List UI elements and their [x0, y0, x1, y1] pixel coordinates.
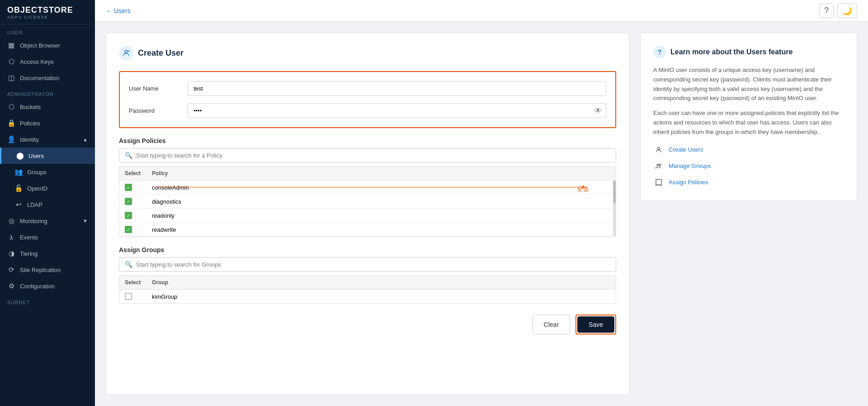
col-group-label: Group — [152, 279, 610, 286]
sidebar-item-monitoring[interactable]: ◎ Monitoring ▼ — [0, 213, 95, 229]
info-link-manage-groups[interactable]: Manage Groups — [653, 161, 844, 172]
chevron-down-icon: ▼ — [83, 218, 88, 224]
bucket-icon: ⬡ — [7, 103, 15, 111]
clear-button[interactable]: Clear — [533, 315, 570, 334]
page-content: Create User User Name Password 👁 — [95, 22, 868, 406]
group-table-header: Select Group — [119, 276, 616, 290]
username-input[interactable] — [188, 81, 606, 96]
sidebar-item-site-replication[interactable]: ⟳ Site Replication — [0, 262, 95, 278]
sidebar-item-label: Buckets — [20, 104, 41, 110]
sidebar-item-policies[interactable]: 🔒 Policies — [0, 115, 95, 131]
breadcrumb[interactable]: ← Users — [106, 7, 130, 14]
policy-table: Select Policy 全选 ✓ consoleAdmin ✓ — [119, 166, 616, 237]
sidebar-item-label: Policies — [20, 120, 40, 127]
scrollbar[interactable] — [613, 181, 616, 237]
help-button[interactable]: ? — [819, 4, 834, 18]
save-button[interactable]: Save — [577, 316, 614, 333]
policy-table-body: 全选 ✓ consoleAdmin ✓ diagnostics ✓ readon… — [119, 181, 616, 237]
theme-toggle-button[interactable]: 🌙 — [837, 4, 857, 18]
key-icon: ⬡ — [7, 57, 15, 66]
ldap-icon: ↩ — [14, 201, 23, 209]
password-label: Password — [129, 107, 188, 114]
sidebar-item-users[interactable]: ⬤ Users — [0, 148, 95, 164]
info-link-create-users[interactable]: Create Users — [653, 144, 844, 155]
monitoring-icon: ◎ — [7, 217, 15, 225]
doc-icon: ◫ — [7, 74, 15, 82]
identity-icon: 👤 — [7, 135, 15, 143]
chevron-up-icon: ▲ — [83, 137, 88, 142]
info-link-label: Assign Policies — [669, 179, 708, 186]
table-row: kimGroup — [119, 290, 616, 303]
policy-table-header: Select Policy — [119, 167, 616, 181]
policy-checkbox-consoleadmin[interactable]: ✓ — [125, 184, 132, 191]
svg-point-4 — [657, 164, 659, 166]
sidebar-item-label: Site Replication — [20, 267, 61, 273]
logo-sub: AGPU LICENSE — [7, 15, 88, 19]
search-icon-groups: 🔍 — [125, 261, 132, 268]
assign-groups-label: Assign Groups — [119, 246, 616, 253]
password-visibility-toggle[interactable]: 👁 — [594, 107, 602, 115]
assign-policies-label: Assign Policies — [119, 137, 616, 144]
groups-link-icon — [653, 161, 664, 172]
table-row: ✓ diagnostics — [119, 195, 616, 209]
info-text-1: A MinIO user consists of a unique access… — [653, 66, 844, 103]
info-panel: ? Learn more about the Users feature A M… — [640, 33, 857, 201]
assign-groups-section: Assign Groups 🔍 Select Group kimGroup — [119, 246, 616, 304]
username-input-wrap — [188, 81, 606, 96]
admin-section-label: Administrator — [0, 86, 95, 99]
sidebar-item-label: LDAP — [27, 201, 42, 208]
sidebar-item-label: OpenID — [27, 185, 47, 192]
password-row: Password 👁 — [129, 103, 606, 118]
info-title-text: Learn more about the Users feature — [670, 48, 793, 56]
sidebar-item-buckets[interactable]: ⬡ Buckets — [0, 99, 95, 115]
sidebar-item-label: Identity — [20, 136, 39, 143]
sidebar-item-access-keys[interactable]: ⬡ Access Keys — [0, 53, 95, 70]
openid-icon: 🔓 — [14, 184, 23, 192]
group-search-input[interactable] — [136, 261, 610, 268]
sidebar-item-identity[interactable]: 👤 Identity ▲ — [0, 131, 95, 148]
sidebar-item-events[interactable]: λ Events — [0, 229, 95, 245]
create-user-panel: Create User User Name Password 👁 — [106, 33, 629, 395]
policy-search-wrap[interactable]: 🔍 — [119, 148, 616, 162]
info-link-assign-policies[interactable]: Assign Policies — [653, 177, 844, 188]
config-icon: ⚙ — [7, 282, 15, 290]
main-content: ← Users ? 🌙 Create User User — [95, 0, 868, 406]
subnet-section-label: Subnet — [0, 294, 95, 307]
policy-name: readwrite — [152, 226, 610, 233]
policy-link-icon — [653, 177, 664, 188]
password-input[interactable] — [188, 103, 606, 118]
policy-checkbox-readwrite[interactable]: ✓ — [125, 226, 132, 233]
sidebar-item-groups[interactable]: 👥 Groups — [0, 164, 95, 180]
save-button-highlight: Save — [576, 315, 616, 334]
select-all-label: 全选 — [577, 185, 589, 193]
policy-checkbox-diagnostics[interactable]: ✓ — [125, 198, 132, 205]
scrollbar-thumb — [613, 181, 616, 203]
table-row: ✓ consoleAdmin — [119, 181, 616, 195]
events-icon: λ — [7, 233, 15, 241]
group-search-wrap[interactable]: 🔍 — [119, 257, 616, 272]
panel-title: Create User — [119, 46, 616, 60]
group-table: Select Group kimGroup — [119, 275, 616, 304]
sidebar-item-label: Object Browser — [20, 42, 60, 49]
user-link-icon — [653, 144, 664, 155]
info-links: Create Users Manage Groups — [653, 144, 844, 188]
policy-checkbox-readonly[interactable]: ✓ — [125, 212, 132, 219]
sidebar-item-object-browser[interactable]: ▦ Object Browser — [0, 37, 95, 53]
create-user-icon — [119, 46, 133, 60]
panel-title-text: Create User — [138, 48, 184, 58]
policy-search-input[interactable] — [136, 152, 610, 159]
sidebar-item-label: Monitoring — [20, 218, 47, 224]
replication-icon: ⟳ — [7, 266, 15, 274]
sidebar-item-label: Groups — [27, 169, 47, 176]
info-text-2: Each user can have one or more assigned … — [653, 109, 844, 137]
group-checkbox-kimgroup[interactable] — [125, 293, 132, 300]
sidebar-item-documentation[interactable]: ◫ Documentation — [0, 70, 95, 86]
sidebar-item-tiering[interactable]: ◑ Tiering — [0, 245, 95, 262]
sidebar: OBJECTSTORE AGPU LICENSE User ▦ Object B… — [0, 0, 95, 406]
group-table-body: kimGroup — [119, 290, 616, 303]
sidebar-item-openid[interactable]: 🔓 OpenID — [0, 180, 95, 196]
grid-icon: ▦ — [7, 41, 15, 49]
sidebar-item-configuration[interactable]: ⚙ Configuration — [0, 278, 95, 294]
group-name: kimGroup — [152, 293, 610, 300]
sidebar-item-ldap[interactable]: ↩ LDAP — [0, 196, 95, 213]
